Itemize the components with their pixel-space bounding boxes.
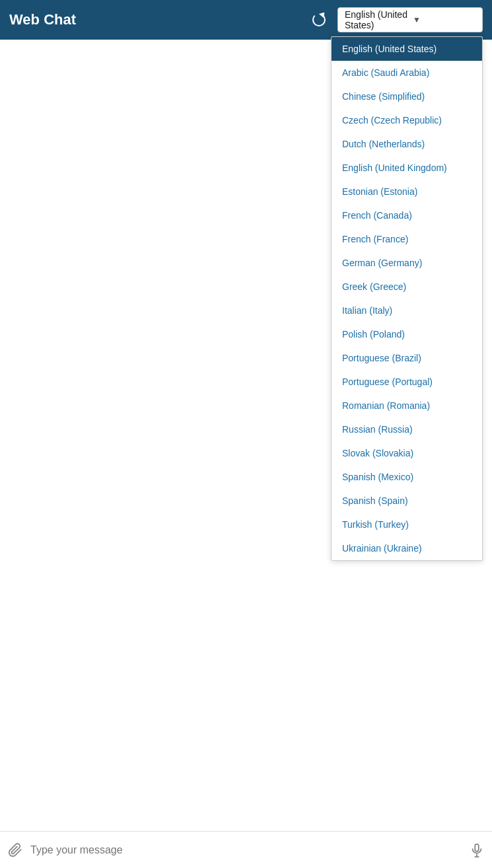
language-option[interactable]: Portuguese (Brazil) bbox=[332, 346, 482, 370]
selected-language-label: English (United States) bbox=[345, 9, 407, 30]
language-option[interactable]: Estonian (Estonia) bbox=[332, 180, 482, 203]
language-option[interactable]: German (Germany) bbox=[332, 251, 482, 275]
page-title: Web Chat bbox=[9, 11, 307, 28]
language-option[interactable]: French (Canada) bbox=[332, 203, 482, 227]
language-option[interactable]: French (France) bbox=[332, 227, 482, 251]
language-option[interactable]: Italian (Italy) bbox=[332, 299, 482, 322]
language-option[interactable]: Ukrainian (Ukraine) bbox=[332, 536, 482, 560]
language-dropdown-wrapper: English (United States) ▼ English (Unite… bbox=[337, 7, 483, 32]
chevron-down-icon: ▼ bbox=[413, 15, 475, 24]
language-option[interactable]: English (United Kingdom) bbox=[332, 156, 482, 180]
microphone-icon bbox=[470, 843, 484, 857]
attach-button[interactable] bbox=[8, 843, 22, 857]
language-option[interactable]: Romanian (Romania) bbox=[332, 394, 482, 417]
language-option[interactable]: Spanish (Spain) bbox=[332, 489, 482, 513]
mic-button[interactable] bbox=[470, 843, 484, 857]
reload-icon bbox=[312, 13, 326, 26]
language-option[interactable]: Portuguese (Portugal) bbox=[332, 370, 482, 394]
language-option[interactable]: Czech (Czech Republic) bbox=[332, 108, 482, 132]
language-option[interactable]: Russian (Russia) bbox=[332, 417, 482, 441]
language-dropdown-button[interactable]: English (United States) ▼ bbox=[337, 7, 483, 32]
message-input[interactable] bbox=[30, 844, 462, 856]
language-dropdown-menu: English (United States)Arabic (Saudi Ara… bbox=[331, 36, 483, 561]
reload-button[interactable] bbox=[307, 8, 331, 32]
language-option[interactable]: English (United States) bbox=[332, 37, 482, 61]
paperclip-icon bbox=[8, 843, 22, 857]
language-option[interactable]: Slovak (Slovakia) bbox=[332, 441, 482, 465]
svg-rect-0 bbox=[475, 844, 479, 851]
header: Web Chat English (United States) ▼ Engli… bbox=[0, 0, 492, 40]
header-actions: English (United States) ▼ English (Unite… bbox=[307, 7, 483, 32]
language-option[interactable]: Greek (Greece) bbox=[332, 275, 482, 299]
language-option[interactable]: Arabic (Saudi Arabia) bbox=[332, 61, 482, 85]
language-option[interactable]: Spanish (Mexico) bbox=[332, 465, 482, 489]
language-option[interactable]: Turkish (Turkey) bbox=[332, 513, 482, 536]
language-option[interactable]: Chinese (Simplified) bbox=[332, 85, 482, 108]
language-option[interactable]: Dutch (Netherlands) bbox=[332, 132, 482, 156]
language-option[interactable]: Polish (Poland) bbox=[332, 322, 482, 346]
chat-footer bbox=[0, 831, 492, 868]
